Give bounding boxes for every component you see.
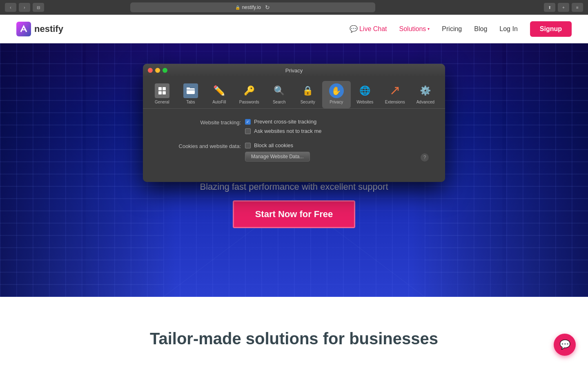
dialog-titlebar: Privacy: [143, 64, 445, 77]
browser-chrome: ‹ › ⊟ 🔒 nestify.io ↻ ⬆ + ≡: [0, 0, 588, 15]
dialog-toolbar: General Tabs ✏️ AutoFill 🔑 Passwords �: [143, 77, 445, 109]
reload-button[interactable]: ↻: [265, 4, 270, 11]
prevent-cross-site-checkbox[interactable]: ✓: [245, 119, 251, 125]
traffic-lights: [148, 68, 167, 73]
chat-icon: 💬: [350, 25, 358, 33]
minimize-traffic-light[interactable]: [155, 68, 160, 73]
svg-rect-48: [187, 88, 190, 89]
svg-rect-46: [163, 91, 166, 94]
privacy-dialog: Privacy General Tabs ✏️ AutoFill: [143, 64, 445, 182]
share-button[interactable]: ⬆: [544, 3, 555, 12]
logo-icon: [16, 22, 31, 36]
toolbar-autofill[interactable]: ✏️ AutoFill: [205, 81, 234, 108]
block-all-cookies-checkbox[interactable]: [245, 143, 251, 148]
new-tab-button[interactable]: +: [558, 3, 569, 12]
nav-links: 💬 Live Chat Solutions ▾ Pricing Blog Log…: [350, 21, 572, 37]
cookies-options: Block all cookies Manage Website Data...: [245, 142, 310, 162]
nav-blog[interactable]: Blog: [474, 25, 487, 33]
toolbar-search-label: Search: [273, 100, 286, 104]
ask-websites-label: Ask websites not to track me: [254, 128, 321, 134]
menu-button[interactable]: ≡: [572, 3, 583, 12]
toolbar-tabs-label: Tabs: [186, 100, 195, 104]
svg-rect-43: [158, 87, 162, 90]
below-hero-section: Tailor-made solutions for businesses: [0, 297, 588, 368]
chat-bubble-button[interactable]: 💬: [554, 334, 576, 356]
ask-websites-row: Ask websites not to track me: [245, 128, 321, 134]
svg-rect-2: [506, 43, 588, 297]
toolbar-passwords-label: Passwords: [239, 100, 259, 104]
tabs-icon: [183, 83, 198, 98]
toolbar-general-label: General: [155, 100, 169, 104]
maximize-traffic-light[interactable]: [163, 68, 167, 73]
chat-bubble-icon: 💬: [559, 339, 570, 350]
address-bar[interactable]: 🔒 nestify.io ↻: [130, 2, 375, 12]
cookies-row: Cookies and website data: Block all cook…: [159, 142, 429, 162]
toolbar-privacy[interactable]: ✋ Privacy: [322, 81, 351, 108]
login-link[interactable]: Log In: [499, 25, 517, 33]
svg-rect-44: [163, 87, 166, 90]
autofill-icon: ✏️: [212, 83, 227, 98]
search-icon: 🔍: [272, 83, 287, 98]
nav-solutions[interactable]: Solutions ▾: [399, 25, 430, 33]
cookies-label: Cookies and website data:: [159, 142, 241, 149]
website-tracking-options: ✓ Prevent cross-site tracking Ask websit…: [245, 119, 321, 134]
svg-rect-45: [158, 91, 162, 94]
toolbar-search[interactable]: 🔍 Search: [265, 81, 294, 108]
svg-rect-0: [0, 43, 82, 297]
website-tracking-row: Website tracking: ✓ Prevent cross-site t…: [159, 119, 429, 134]
general-icon: [155, 83, 169, 98]
passwords-icon: 🔑: [242, 83, 256, 98]
toolbar-advanced[interactable]: ⚙️ Advanced: [411, 81, 440, 108]
security-icon: 🔒: [301, 83, 315, 98]
nav-livechat[interactable]: 💬 Live Chat: [350, 25, 387, 33]
navbar: nestify 💬 Live Chat Solutions ▾ Pricing …: [0, 15, 588, 43]
tab-overview-button[interactable]: ⊟: [33, 3, 44, 12]
toolbar-passwords[interactable]: 🔑 Passwords: [234, 81, 265, 108]
manage-website-data-button[interactable]: Manage Website Data...: [245, 152, 310, 162]
hero-section: Privacy General Tabs ✏️ AutoFill: [0, 43, 588, 297]
nav-pricing[interactable]: Pricing: [442, 25, 462, 33]
forward-button[interactable]: ›: [19, 3, 30, 12]
dialog-title: Privacy: [285, 67, 303, 74]
url-text: nestify.io: [242, 4, 261, 10]
dialog-body: Website tracking: ✓ Prevent cross-site t…: [143, 109, 445, 182]
lock-icon: 🔒: [235, 5, 240, 10]
toolbar-tabs[interactable]: Tabs: [176, 81, 205, 108]
logo-text: nestify: [34, 24, 63, 34]
hero-subtitle: Blazing fast performance with excellent …: [200, 182, 388, 192]
toolbar-advanced-label: Advanced: [416, 100, 434, 104]
privacy-icon: ✋: [329, 83, 344, 98]
svg-rect-47: [187, 88, 195, 94]
toolbar-websites[interactable]: 🌐 Websites: [351, 81, 379, 108]
websites-icon: 🌐: [358, 83, 372, 98]
browser-nav-controls: ‹ › ⊟: [5, 3, 44, 12]
prevent-cross-site-label: Prevent cross-site tracking: [254, 119, 316, 125]
ask-websites-checkbox[interactable]: [245, 128, 251, 134]
solutions-chevron: ▾: [428, 27, 430, 31]
website-tracking-label: Website tracking:: [159, 119, 241, 126]
toolbar-extensions-label: Extensions: [385, 100, 405, 104]
advanced-icon: ⚙️: [418, 83, 433, 98]
prevent-cross-site-row: ✓ Prevent cross-site tracking: [245, 119, 321, 125]
checkmark: ✓: [246, 120, 249, 124]
toolbar-security[interactable]: 🔒 Security: [294, 81, 322, 108]
close-traffic-light[interactable]: [148, 68, 153, 73]
toolbar-websites-label: Websites: [356, 100, 373, 104]
hero-cta-button[interactable]: Start Now for Free: [233, 200, 356, 228]
help-button[interactable]: ?: [421, 153, 429, 162]
block-all-cookies-label: Block all cookies: [254, 142, 293, 148]
logo[interactable]: nestify: [16, 22, 63, 36]
toolbar-security-label: Security: [301, 100, 315, 104]
browser-action-buttons: ⬆ + ≡: [544, 3, 583, 12]
toolbar-extensions[interactable]: Extensions: [379, 81, 411, 108]
block-all-cookies-row: Block all cookies: [245, 142, 310, 148]
toolbar-privacy-label: Privacy: [330, 100, 343, 104]
extensions-icon: [388, 83, 402, 98]
toolbar-autofill-label: AutoFill: [212, 100, 226, 104]
below-hero-title: Tailor-made solutions for businesses: [16, 330, 572, 348]
toolbar-general[interactable]: General: [148, 81, 176, 108]
back-button[interactable]: ‹: [5, 3, 16, 12]
signup-button[interactable]: Signup: [530, 21, 572, 37]
